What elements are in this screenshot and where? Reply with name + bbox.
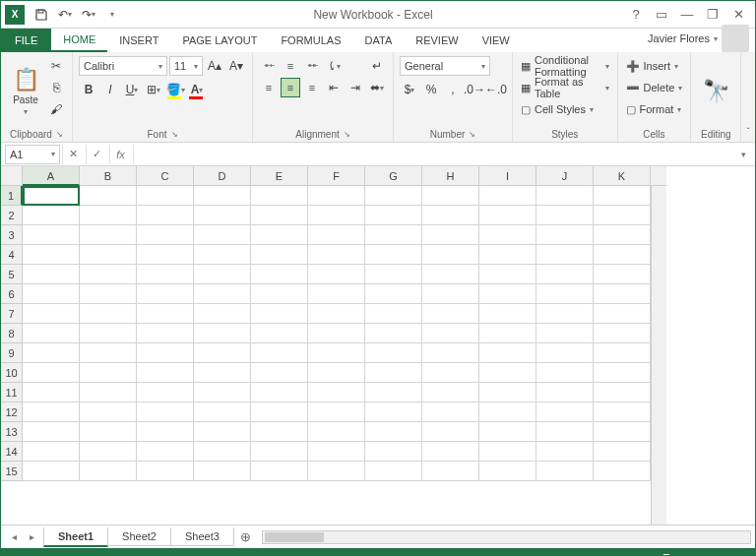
cell[interactable] (594, 265, 651, 284)
cell[interactable] (422, 245, 479, 265)
row-header[interactable]: 1 (1, 186, 23, 206)
cell[interactable] (137, 265, 194, 284)
column-header[interactable]: C (137, 166, 194, 186)
tab-data[interactable]: DATA (353, 29, 405, 52)
cell[interactable] (194, 265, 251, 284)
cell[interactable] (536, 265, 594, 284)
sheet-tab-1[interactable]: Sheet1 (43, 527, 108, 547)
cell[interactable] (137, 343, 194, 363)
cell[interactable] (251, 343, 308, 363)
cell[interactable] (137, 206, 194, 225)
cell[interactable] (251, 245, 308, 265)
cell[interactable] (308, 462, 365, 481)
align-center-icon[interactable]: ≡ (281, 78, 300, 97)
cell[interactable] (308, 363, 365, 383)
cell[interactable] (365, 265, 422, 284)
cell[interactable] (536, 324, 594, 343)
cell[interactable] (137, 462, 194, 481)
decrease-indent-icon[interactable]: ⇤ (324, 78, 344, 97)
cell[interactable] (365, 284, 422, 304)
row-header[interactable]: 8 (1, 324, 23, 343)
vertical-scrollbar[interactable] (651, 186, 666, 525)
border-button[interactable]: ⊞▾ (144, 80, 163, 99)
row-header[interactable]: 4 (1, 245, 23, 265)
column-header[interactable]: F (308, 166, 365, 186)
cell[interactable] (23, 422, 80, 442)
expand-formula-bar-icon[interactable]: ▾ (735, 150, 751, 159)
cell[interactable] (80, 402, 137, 422)
cell[interactable] (422, 383, 479, 402)
delete-cells-button[interactable]: ➖Delete▾ (624, 78, 685, 97)
underline-button[interactable]: U▾ (122, 80, 142, 99)
cell[interactable] (308, 186, 365, 206)
cell[interactable] (365, 304, 422, 324)
cell[interactable] (80, 206, 137, 225)
alignment-launcher-icon[interactable]: ↘ (344, 130, 350, 139)
cell[interactable] (137, 363, 194, 383)
cell[interactable] (80, 363, 137, 383)
align-left-icon[interactable]: ≡ (259, 78, 279, 97)
clipboard-launcher-icon[interactable]: ↘ (56, 130, 63, 139)
cell[interactable] (536, 245, 594, 265)
comma-format-icon[interactable]: , (443, 80, 463, 99)
cell[interactable] (137, 402, 194, 422)
page-layout-view-icon[interactable]: ▣ (563, 551, 583, 556)
column-header[interactable]: H (422, 166, 479, 186)
cell[interactable] (594, 422, 651, 442)
cell[interactable] (479, 206, 536, 225)
number-launcher-icon[interactable]: ↘ (469, 130, 475, 139)
format-as-table-button[interactable]: ▦Format as Table▾ (519, 78, 611, 97)
cell[interactable] (23, 462, 80, 481)
format-painter-icon[interactable]: 🖌 (46, 99, 66, 119)
cell[interactable] (23, 343, 80, 363)
cell[interactable] (536, 363, 594, 383)
cell[interactable] (365, 402, 422, 422)
merge-center-icon[interactable]: ⬌▾ (367, 78, 387, 97)
add-sheet-icon[interactable]: ⊕ (234, 529, 258, 544)
cell[interactable] (308, 304, 365, 324)
tab-insert[interactable]: INSERT (107, 29, 170, 52)
cell[interactable] (594, 363, 651, 383)
row-header[interactable]: 15 (1, 462, 23, 481)
cell[interactable] (194, 225, 251, 245)
tab-review[interactable]: REVIEW (404, 29, 470, 52)
tab-file[interactable]: FILE (1, 29, 51, 52)
redo-icon[interactable]: ↷▾ (78, 4, 99, 26)
tab-formulas[interactable]: FORMULAS (269, 29, 352, 52)
cell[interactable] (365, 245, 422, 265)
cell[interactable] (365, 462, 422, 481)
enter-formula-icon[interactable]: ✓ (86, 145, 107, 164)
column-header[interactable]: G (365, 166, 422, 186)
cell[interactable] (308, 343, 365, 363)
cell[interactable] (194, 402, 251, 422)
cell[interactable] (479, 343, 536, 363)
ribbon-display-icon[interactable]: ▭ (649, 4, 674, 26)
cell[interactable] (308, 245, 365, 265)
cell[interactable] (80, 442, 137, 462)
cell[interactable] (251, 304, 308, 324)
cell[interactable] (80, 324, 137, 343)
undo-icon[interactable]: ↶▾ (54, 4, 76, 26)
cell[interactable] (536, 343, 594, 363)
cell[interactable] (536, 284, 594, 304)
page-break-view-icon[interactable]: ▥ (589, 551, 608, 556)
cell[interactable] (23, 402, 80, 422)
align-middle-icon[interactable]: ≡ (281, 56, 300, 76)
number-format-combo[interactable]: General▾ (400, 56, 490, 76)
cell[interactable] (251, 462, 308, 481)
cell[interactable] (251, 186, 308, 206)
font-name-combo[interactable]: Calibri▾ (79, 56, 167, 76)
cell[interactable] (23, 383, 80, 402)
cell[interactable] (536, 186, 594, 206)
increase-font-icon[interactable]: A▴ (205, 56, 224, 76)
font-color-button[interactable]: A▾ (187, 80, 207, 99)
cell[interactable] (194, 363, 251, 383)
sheet-tab-3[interactable]: Sheet3 (170, 527, 234, 546)
cell[interactable] (422, 343, 479, 363)
cell[interactable] (194, 422, 251, 442)
cell[interactable] (479, 304, 536, 324)
cell[interactable] (365, 186, 422, 206)
cell[interactable] (80, 383, 137, 402)
tab-view[interactable]: VIEW (471, 29, 522, 52)
cell[interactable] (365, 442, 422, 462)
